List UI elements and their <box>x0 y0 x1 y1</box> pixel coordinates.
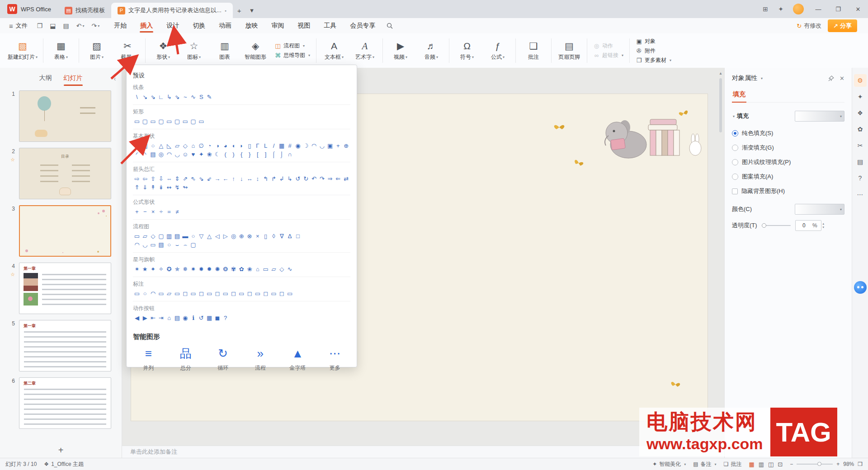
shape-cell[interactable]: ◑ <box>213 141 222 150</box>
shape-cell[interactable]: ↔ <box>245 174 254 183</box>
shape-cell[interactable]: ○ <box>149 141 157 150</box>
shape-cell[interactable]: ⇐ <box>334 174 342 183</box>
shape-cell[interactable]: ▢ <box>157 232 165 240</box>
shape-cell[interactable]: ◜ <box>133 150 141 159</box>
shape-cell[interactable]: ✦ <box>197 150 205 159</box>
document-tab[interactable]: ▤找稿壳模板 <box>58 3 111 18</box>
shape-cell[interactable]: ▱ <box>173 141 181 150</box>
reading-view-icon[interactable]: ◫ <box>768 461 774 468</box>
more-panels-icon[interactable]: ⋯ <box>854 188 867 201</box>
shape-cell[interactable]: ◗ <box>237 141 245 150</box>
shape-cell[interactable]: ▭ <box>133 117 141 126</box>
shape-cell[interactable]: ▢ <box>189 240 198 249</box>
shape-cell[interactable]: ⇧ <box>149 174 157 183</box>
shape-cell[interactable]: Γ <box>254 141 262 150</box>
shape-cell[interactable]: ✵ <box>181 265 189 273</box>
shape-cell[interactable]: ☺ <box>181 150 189 159</box>
shape-cell[interactable]: ✧ <box>157 265 165 273</box>
shape-cell[interactable]: { <box>237 150 245 159</box>
video-button[interactable]: ▶视频▾ <box>385 36 416 66</box>
smart-cycle[interactable]: ↻循环 <box>210 347 236 372</box>
undo-icon[interactable]: ↶▾ <box>73 20 88 32</box>
shape-cell[interactable]: ❀ <box>245 265 254 273</box>
shape-cell[interactable]: ⌣ <box>173 240 181 249</box>
tab-outline[interactable]: 大纲 <box>39 68 52 89</box>
selection-pane-icon[interactable]: ▤ <box>854 155 867 168</box>
ai-assistant-button[interactable] <box>854 281 867 294</box>
shape-cell[interactable]: × <box>149 207 157 216</box>
shape-cell[interactable]: ◀ <box>133 314 141 322</box>
shape-cell[interactable]: ◡ <box>318 141 326 150</box>
shape-cell[interactable]: ▢ <box>141 117 149 126</box>
shape-cell[interactable]: ⇘ <box>197 174 205 183</box>
shape-cell[interactable]: ◻ <box>213 289 222 298</box>
shape-cell[interactable]: ↬ <box>181 183 189 192</box>
shape-cell[interactable]: ↺ <box>294 174 302 183</box>
workspace-grid-icon[interactable]: ⊞ <box>758 0 773 18</box>
shape-cell[interactable]: ] <box>262 150 270 159</box>
shape-cell[interactable]: ↻ <box>302 174 310 183</box>
transparency-input[interactable]: 0 % <box>795 220 821 231</box>
shape-cell[interactable]: ⌂ <box>189 141 198 150</box>
slide-thumbnail[interactable]: 目录 <box>19 148 111 199</box>
shape-cell[interactable]: ▦ <box>278 141 286 150</box>
table-button[interactable]: ▦表格▾ <box>46 36 76 66</box>
shape-cell[interactable]: ✸ <box>197 265 205 273</box>
menu-slideshow[interactable]: 放映 <box>238 18 264 33</box>
slider-handle[interactable] <box>762 223 766 228</box>
shape-cell[interactable]: ▣ <box>326 141 334 150</box>
shape-cell[interactable]: ⇓ <box>141 183 149 192</box>
shape-cell[interactable]: ▱ <box>165 289 173 298</box>
smart-process[interactable]: »流程 <box>248 347 274 372</box>
add-slide-button[interactable]: + <box>0 442 122 458</box>
shape-cell[interactable]: ⌡ <box>278 150 286 159</box>
audio-button[interactable]: ♬音频▾ <box>416 36 447 66</box>
shape-cell[interactable]: ▭ <box>157 289 165 298</box>
shape-cell[interactable]: ▭ <box>133 141 141 150</box>
shape-cell[interactable]: × <box>254 232 262 240</box>
shape-cell[interactable]: ⇦ <box>141 174 149 183</box>
menu-home[interactable]: 开始 <box>107 18 133 33</box>
wordart-button[interactable]: A艺术字▾ <box>349 36 380 66</box>
shape-cell[interactable]: ↘ <box>141 93 149 101</box>
smart-more[interactable]: ⋯更多 <box>322 347 348 372</box>
shape-cell[interactable]: − <box>141 207 149 216</box>
shape-cell[interactable]: ▭ <box>165 117 173 126</box>
shape-cell[interactable]: ◁ <box>213 232 222 240</box>
scroll-up-icon[interactable]: ▴ <box>719 70 722 75</box>
shape-cell[interactable]: ▤ <box>173 232 181 240</box>
shape-cell[interactable]: ✾ <box>230 265 238 273</box>
symbol-button[interactable]: Ω符号▾ <box>452 36 482 66</box>
save-icon[interactable]: ⬓ <box>47 20 59 32</box>
shape-cell[interactable]: ▢ <box>173 117 181 126</box>
shape-cell[interactable]: Δ <box>286 232 294 240</box>
shape-cell[interactable]: ∇ <box>278 232 286 240</box>
crop-icon[interactable]: ✂ <box>854 139 867 152</box>
shape-cell[interactable]: ◡ <box>141 240 149 249</box>
shape-cell[interactable]: ✶ <box>133 265 141 273</box>
shape-cell[interactable]: ⇑ <box>133 183 141 192</box>
shape-cell[interactable]: + <box>334 141 342 150</box>
textbox-button[interactable]: A文本框▾ <box>319 36 349 66</box>
shape-cell[interactable]: ⇔ <box>165 174 173 183</box>
shape-cell[interactable]: ✎ <box>205 93 213 101</box>
shape-cell[interactable]: = <box>165 207 173 216</box>
shape-cell[interactable]: S <box>197 93 205 101</box>
shape-cell[interactable]: ▭ <box>286 289 294 298</box>
screenshot-button[interactable]: ✂截屏▾ <box>112 36 143 66</box>
menu-member[interactable]: 会员专享 <box>343 18 382 33</box>
zoom-in-button[interactable]: + <box>836 461 840 467</box>
smart-parallel[interactable]: ≡并列 <box>136 347 161 372</box>
shape-cell[interactable]: ▭ <box>197 117 205 126</box>
shape-cell[interactable]: ▱ <box>141 232 149 240</box>
shape-cell[interactable]: ▢ <box>189 117 198 126</box>
smart-pyramid[interactable]: ▲金字塔 <box>285 347 311 372</box>
shape-cell[interactable]: ⇤ <box>149 314 157 322</box>
menu-design[interactable]: 设计 <box>160 18 186 33</box>
shape-cell[interactable]: ↑ <box>230 174 238 183</box>
shape-cell[interactable]: ◠ <box>149 289 157 298</box>
layout-icon[interactable]: ❖ <box>854 107 867 119</box>
shape-cell[interactable]: ∟ <box>157 93 165 101</box>
shape-cell[interactable]: △ <box>205 232 213 240</box>
shape-cell[interactable]: ↺ <box>197 314 205 322</box>
